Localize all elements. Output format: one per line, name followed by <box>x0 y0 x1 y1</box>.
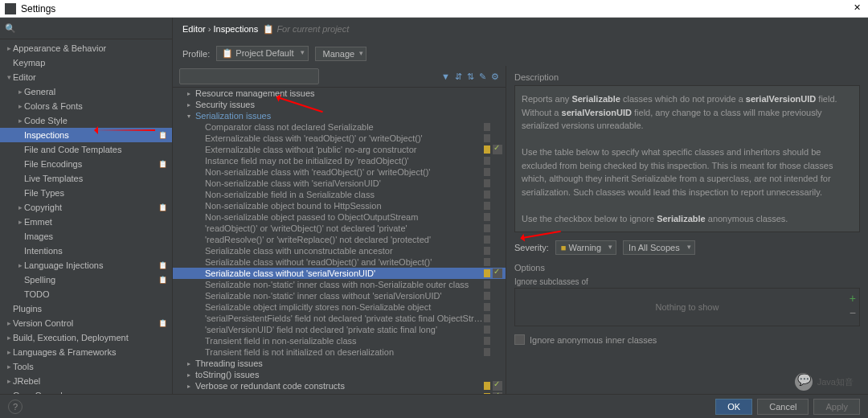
sidebar-item[interactable]: Images <box>0 229 172 244</box>
inspection-item[interactable]: 'readObject()' or 'writeObject()' not de… <box>173 223 506 234</box>
sidebar-item[interactable]: ▸Code Style <box>0 113 172 128</box>
filter-input[interactable] <box>179 68 319 84</box>
cancel-button[interactable]: Cancel <box>757 399 809 415</box>
sidebar-item-label: Tools <box>13 362 167 371</box>
ignore-anon-checkbox[interactable] <box>514 334 525 345</box>
sidebar-item-label: Language Injections <box>24 260 158 270</box>
sidebar-item[interactable]: ▸Tools <box>0 359 172 374</box>
enable-checkbox[interactable] <box>493 381 502 391</box>
gear-icon[interactable]: ⚙ <box>491 72 499 82</box>
inspection-item[interactable]: Serializable class without 'serialVersio… <box>173 268 506 279</box>
inspection-group[interactable]: ▸Threading issues <box>173 358 506 369</box>
sidebar-item-label: Code Style <box>24 116 167 125</box>
add-icon[interactable]: + <box>850 292 856 305</box>
inspection-item[interactable]: Serializable non-'static' inner class wi… <box>173 290 506 301</box>
inspection-item[interactable]: Externalizable class without 'public' no… <box>173 144 506 155</box>
sidebar-item[interactable]: Keymap <box>0 55 172 70</box>
sidebar-item-label: General <box>24 87 167 96</box>
sidebar-item[interactable]: ▸Language Injections📋 <box>0 258 172 273</box>
inspection-group[interactable]: ▸Resource management issues <box>173 88 506 99</box>
sidebar-item[interactable]: Inspections📋 <box>0 128 172 142</box>
sidebar-item[interactable]: ▸Appearance & Behavior <box>0 41 172 55</box>
sidebar-item[interactable]: File Types <box>0 186 172 200</box>
inspection-item[interactable]: Non-serializable class with 'serialVersi… <box>173 178 506 189</box>
inspection-item[interactable]: Serializable object implicitly stores no… <box>173 301 506 313</box>
inspection-item[interactable]: 'serialPersistentFields' field not decla… <box>173 313 506 324</box>
apply-button[interactable]: Apply <box>813 399 860 415</box>
sidebar-item[interactable]: ▸JRebel <box>0 374 172 388</box>
inspection-group[interactable]: ▸Security issues <box>173 99 506 110</box>
inspection-item[interactable]: Non-serializable field in a Serializable… <box>173 189 506 200</box>
enable-checkbox[interactable] <box>493 392 502 394</box>
inspection-item[interactable]: 'readResolve()' or 'writeReplace()' not … <box>173 234 506 245</box>
severity-combo[interactable]: ■ Warning <box>555 240 616 255</box>
sidebar-item-label: Copyright <box>24 203 158 212</box>
sidebar-item[interactable]: ▸General <box>0 84 172 99</box>
sidebar-item[interactable]: File Encodings📋 <box>0 157 172 171</box>
ok-button[interactable]: OK <box>715 399 752 415</box>
profile-combo[interactable]: 📋 Project Default <box>216 46 309 61</box>
sidebar-item-label: File Encodings <box>24 159 158 169</box>
badge-icon: 📋 <box>158 261 167 269</box>
enable-checkbox[interactable] <box>493 145 502 154</box>
sidebar-item[interactable]: ▸Build, Execution, Deployment <box>0 330 172 345</box>
sidebar-item[interactable]: File and Code Templates <box>0 142 172 157</box>
sidebar-item[interactable]: ▸Emmet <box>0 215 172 229</box>
filter-icon[interactable]: ▼ <box>441 72 450 82</box>
scope-combo[interactable]: In All Scopes <box>623 240 695 255</box>
inspection-item[interactable]: Serializable class with unconstructable … <box>173 245 506 256</box>
collapse-icon[interactable]: ⇅ <box>467 72 474 82</box>
inspection-label: Visibility issues <box>195 392 484 394</box>
inspection-group[interactable]: ▾Serialization issues <box>173 110 506 121</box>
inspection-item[interactable]: Serializable class without 'readObject()… <box>173 256 506 268</box>
sidebar-item[interactable]: Intentions <box>0 244 172 258</box>
chevron-icon: ▸ <box>16 203 24 211</box>
inspection-item[interactable]: Non-serializable object bound to HttpSes… <box>173 200 506 211</box>
remove-icon[interactable]: − <box>850 306 856 319</box>
inspection-item[interactable]: Non-serializable class with 'readObject(… <box>173 166 506 178</box>
breadcrumb-a[interactable]: Editor <box>182 24 206 34</box>
description-label: Description <box>514 69 860 85</box>
severity-icon <box>484 382 490 390</box>
chevron-icon: ▸ <box>16 88 24 96</box>
enable-checkbox[interactable] <box>493 268 502 278</box>
inspection-item[interactable]: Transient field in non-serializable clas… <box>173 335 506 346</box>
breadcrumb-b[interactable]: Inspections <box>214 24 259 34</box>
sidebar-item[interactable]: ▾Editor <box>0 70 172 84</box>
inspection-group[interactable]: ▸toString() issues <box>173 369 506 380</box>
close-icon[interactable]: ✕ <box>850 2 863 15</box>
main: 🔍 ▸Appearance & BehaviorKeymap▾Editor▸Ge… <box>0 18 868 394</box>
inspection-item[interactable]: Serializable non-'static' inner class wi… <box>173 279 506 290</box>
sidebar-item[interactable]: ▸Colors & Fonts <box>0 99 172 113</box>
sidebar-item[interactable]: Spelling📋 <box>0 273 172 287</box>
sidebar-item[interactable]: ▸Languages & Frameworks <box>0 345 172 359</box>
severity-icon <box>484 213 490 221</box>
sidebar-item[interactable]: TODO <box>0 287 172 301</box>
severity-icon <box>484 258 490 266</box>
chevron-icon: ▸ <box>16 218 24 226</box>
options-label: Options <box>514 260 860 276</box>
badge-icon: 📋 <box>158 276 167 284</box>
inspection-item[interactable]: 'serialVersionUID' field not declared 'p… <box>173 324 506 335</box>
chevron-icon: ▸ <box>16 261 24 269</box>
sidebar-item[interactable]: Live Templates <box>0 171 172 186</box>
sidebar-item[interactable]: Plugins <box>0 301 172 316</box>
inspection-item[interactable]: Comparator class not declared Serializab… <box>173 121 506 133</box>
inspection-label: 'serialPersistentFields' field not decla… <box>205 314 484 323</box>
profile-label: Profile: <box>182 49 210 59</box>
inspection-group[interactable]: ▸Visibility issues <box>173 391 506 394</box>
sidebar-item[interactable]: ▸Version Control📋 <box>0 316 172 330</box>
help-button[interactable]: ? <box>8 400 23 414</box>
reset-icon[interactable]: ✎ <box>479 72 486 82</box>
inspection-item[interactable]: Externalizable class with 'readObject()'… <box>173 133 506 144</box>
inspection-group[interactable]: ▸Verbose or redundant code constructs <box>173 380 506 391</box>
inspection-item[interactable]: Instance field may not be initialized by… <box>173 155 506 166</box>
expand-icon[interactable]: ⇵ <box>455 72 462 82</box>
inspection-item[interactable]: Transient field is not initialized on de… <box>173 346 506 358</box>
manage-button[interactable]: Manage <box>315 47 366 61</box>
sidebar-search-input[interactable] <box>19 21 167 35</box>
sidebar-item[interactable]: ▸Copyright📋 <box>0 200 172 215</box>
inspection-item[interactable]: Non-serializable object passed to Object… <box>173 211 506 223</box>
profile-row: Profile: 📋 Project Default Manage <box>173 41 868 66</box>
sidebar-item[interactable]: Grep Console <box>0 388 172 394</box>
